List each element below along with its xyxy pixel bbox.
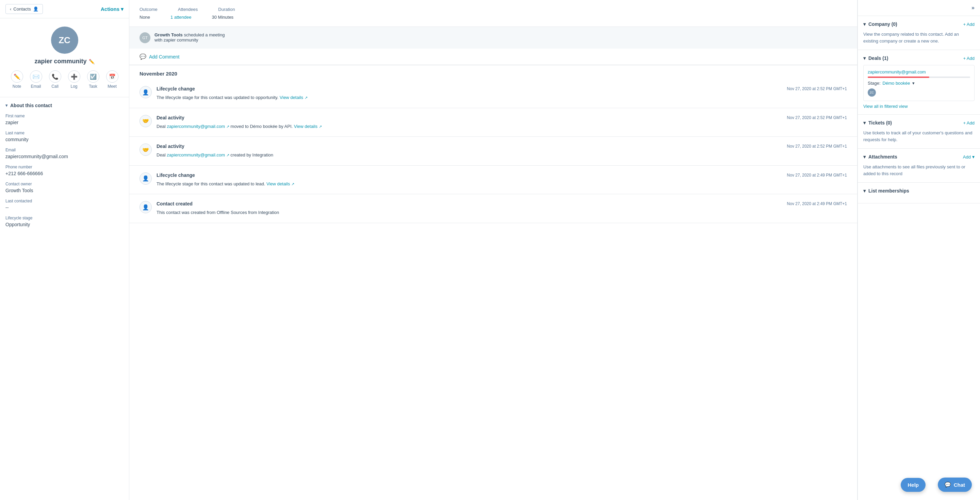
back-arrow-icon: ‹ <box>10 6 11 11</box>
right-panel-header: » <box>858 0 980 16</box>
log-button[interactable]: ➕ Log <box>68 70 80 89</box>
call-button[interactable]: 📞 Call <box>49 70 61 89</box>
deal-card: zapiercommunity@gmail.com Stage: Démo bo… <box>863 65 975 101</box>
back-button[interactable]: ‹ Contacts 👤 <box>5 4 43 14</box>
view-details-link-2[interactable]: View details ↗ <box>294 124 322 129</box>
lifecycle-event-1: 👤 Lifecycle change Nov 27, 2020 at 2:52 … <box>129 79 857 108</box>
back-label: Contacts <box>13 6 30 11</box>
chevron-tickets-icon: ▾ <box>863 120 865 125</box>
tickets-add-button[interactable]: + Add <box>963 121 975 125</box>
email-button[interactable]: ✉️ Email <box>30 70 42 89</box>
scheduled-with: with zapier community <box>154 37 224 43</box>
right-panel: » ▾ Company (0) + Add View the company r… <box>858 0 980 500</box>
tickets-title: ▾ Tickets (0) <box>863 120 892 125</box>
chevron-company-icon: ▾ <box>863 21 865 27</box>
chat-label: Chat <box>954 482 965 488</box>
chevron-list-icon: ▾ <box>863 188 865 194</box>
chevron-stage-icon: ▾ <box>912 81 915 86</box>
month-header: November 2020 <box>129 65 857 79</box>
about-toggle[interactable]: ▾ About this contact <box>5 103 124 108</box>
task-icon: ☑️ <box>87 70 99 83</box>
deal-content-2: Deal activity Nov 27, 2020 at 2:52 PM GM… <box>156 144 847 159</box>
comment-icon: 💬 <box>140 53 146 60</box>
add-comment-label: Add Comment <box>149 54 179 60</box>
deal-stage-row: Stage: Démo bookée ▾ <box>868 81 970 86</box>
attachments-add-button[interactable]: Add <box>963 154 971 160</box>
deal-event-2: 🤝 Deal activity Nov 27, 2020 at 2:52 PM … <box>129 137 857 166</box>
firstname-field: First name zapier <box>5 114 124 125</box>
contact-created-icon: 👤 <box>140 201 152 213</box>
attachments-title: ▾ Attachments <box>863 154 897 160</box>
chevron-deals-icon: ▾ <box>863 56 865 61</box>
meet-button[interactable]: 📅 Meet <box>106 70 118 89</box>
lifecycle-body-2: The lifecycle stage for this contact was… <box>156 181 847 187</box>
note-icon: ✏️ <box>11 70 23 83</box>
sidebar-header: ‹ Contacts 👤 Actions ▾ <box>0 0 129 18</box>
lifecycle-field: Lifecycle stage Opportunity <box>5 216 124 227</box>
deals-add-button[interactable]: + Add <box>963 56 975 61</box>
chevron-attachments-icon: ▾ <box>863 154 865 160</box>
attendee-link[interactable]: 1 attendee <box>170 14 191 20</box>
view-all-link[interactable]: View all in filtered view <box>863 104 975 109</box>
add-comment-bar[interactable]: 💬 Add Comment <box>129 49 857 65</box>
company-description: View the company related to this contact… <box>863 31 975 44</box>
deal-body-1: Deal zapiercommunity@gmail.com ↗ moved t… <box>156 123 847 130</box>
owner-field: Contact owner Growth Tools <box>5 182 124 193</box>
tickets-header: ▾ Tickets (0) + Add <box>863 120 975 125</box>
call-icon: 📞 <box>49 70 61 83</box>
edit-icon[interactable]: ✏️ <box>89 59 95 64</box>
company-add-button[interactable]: + Add <box>963 22 975 27</box>
lifecycle-icon-1: 👤 <box>140 86 152 98</box>
deals-title: ▾ Deals (1) <box>863 56 888 61</box>
deal-progress-bar <box>868 76 970 78</box>
meeting-card: Outcome Attendees Duration None 1 attend… <box>129 0 857 27</box>
deal-avatar-row: ZC <box>868 89 970 97</box>
chevron-add-icon: ▾ <box>972 154 975 160</box>
email-field: Email zapiercommunity@gmail.com <box>5 148 124 159</box>
lastname-field: Last name community <box>5 131 124 142</box>
collapse-button[interactable]: » <box>972 5 975 11</box>
email-icon: ✉️ <box>30 70 42 83</box>
created-body: This contact was created from Offline So… <box>156 209 847 216</box>
view-details-link-3[interactable]: View details ↗ <box>266 181 294 186</box>
scheduled-by: GT Growth Tools scheduled a meeting with… <box>129 27 857 49</box>
event-body-1: The lifecycle stage for this contact was… <box>156 94 847 101</box>
meeting-cols-headers: Outcome Attendees Duration <box>140 7 847 12</box>
deal-email-link-1[interactable]: zapiercommunity@gmail.com ↗ <box>167 124 229 129</box>
event-content-1: Lifecycle change Nov 27, 2020 at 2:52 PM… <box>156 86 847 101</box>
deal-event-1: 🤝 Deal activity Nov 27, 2020 at 2:52 PM … <box>129 108 857 137</box>
task-button[interactable]: ☑️ Task <box>87 70 99 89</box>
lifecycle-event-2: 👤 Lifecycle change Nov 27, 2020 at 2:49 … <box>129 166 857 195</box>
deal-body-2: Deal zapiercommunity@gmail.com ↗ created… <box>156 152 847 159</box>
contact-created-event: 👤 Contact created Nov 27, 2020 at 2:49 P… <box>129 194 857 223</box>
attachments-section: ▾ Attachments Add ▾ Use attachments to s… <box>858 149 980 183</box>
tickets-description: Use tickets to track all of your custome… <box>863 130 975 143</box>
note-button[interactable]: ✏️ Note <box>11 70 23 89</box>
external-icon-1: ↗ <box>305 95 308 100</box>
chat-button[interactable]: 💬 Chat <box>938 478 972 492</box>
chat-icon: 💬 <box>945 482 951 488</box>
chevron-icon: ▾ <box>5 103 8 108</box>
contact-name: zapier community ✏️ <box>34 58 94 65</box>
company-section: ▾ Company (0) + Add View the company rel… <box>858 16 980 50</box>
view-details-link-1[interactable]: View details ↗ <box>280 95 308 100</box>
left-sidebar: ‹ Contacts 👤 Actions ▾ ZC zapier communi… <box>0 0 129 500</box>
deal-icon-1: 🤝 <box>140 115 152 127</box>
deal-email-link-2[interactable]: zapiercommunity@gmail.com ↗ <box>167 152 229 157</box>
chevron-down-icon: ▾ <box>121 6 124 12</box>
deal-avatar: ZC <box>868 89 876 97</box>
company-title: ▾ Company (0) <box>863 21 897 27</box>
meeting-cols-values: None 1 attendee 30 Minutes <box>140 14 847 20</box>
list-memberships-section: ▾ List memberships <box>858 183 980 203</box>
deal-stage-value[interactable]: Démo bookée <box>883 81 910 86</box>
attachments-description: Use attachments to see all files previou… <box>863 163 975 177</box>
deal-email[interactable]: zapiercommunity@gmail.com <box>868 69 970 75</box>
scheduled-avatar: GT <box>140 32 150 43</box>
deal-progress-fill <box>868 76 929 78</box>
list-memberships-header: ▾ List memberships <box>863 188 975 194</box>
actions-button[interactable]: Actions ▾ <box>101 6 124 12</box>
help-label: Help <box>907 482 919 488</box>
help-button[interactable]: Help <box>901 478 926 492</box>
avatar: ZC <box>51 27 78 54</box>
deal-icon-2: 🤝 <box>140 144 152 156</box>
